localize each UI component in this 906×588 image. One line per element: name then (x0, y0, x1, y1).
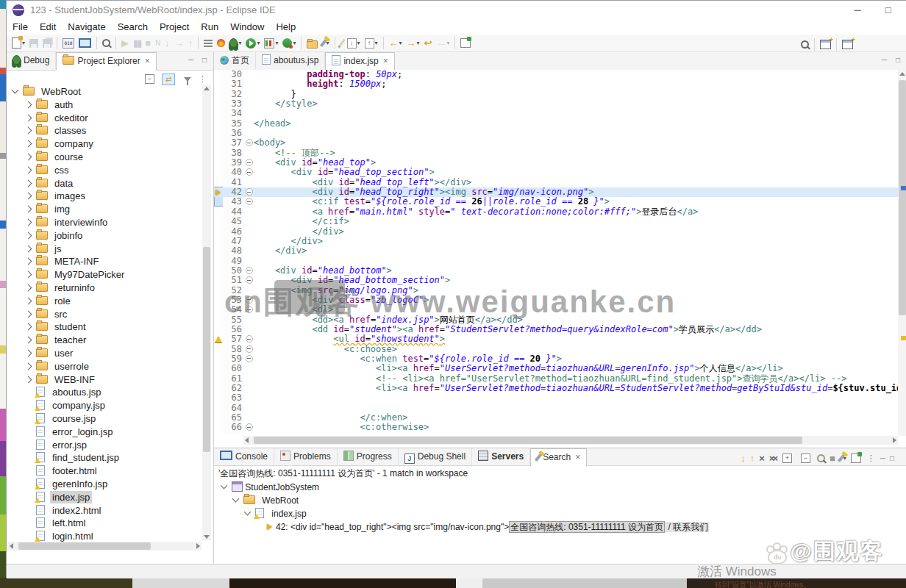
code-line-31[interactable]: 31height: 1500px; (214, 79, 898, 89)
code-line-49[interactable]: 49 (214, 257, 898, 266)
maximize-editor-icon[interactable]: □ (896, 56, 900, 64)
explorer-item-classes[interactable]: classes (7, 124, 201, 137)
explorer-item-jobinfo[interactable]: jobinfo (7, 229, 201, 243)
menu-edit[interactable]: Edit (34, 20, 62, 32)
code-line-45[interactable]: 45</c:if> (214, 217, 898, 226)
code-line-55[interactable]: 55<dd><a href="index.jsp">网站首页</a></dd> (214, 315, 898, 325)
explorer-item-find-student-jsp[interactable]: find_student.jsp (7, 451, 201, 465)
collapse-all-icon[interactable]: − (145, 74, 154, 84)
search-history-icon[interactable]: ▾ (838, 451, 848, 466)
code-line-48[interactable]: 48</div> (214, 246, 898, 256)
forward-history-icon[interactable]: →▾ (435, 36, 451, 51)
explorer-item-css[interactable]: css (7, 164, 201, 177)
fold-toggle-icon[interactable] (246, 139, 253, 146)
expand-all-icon[interactable]: + (779, 451, 796, 466)
step-into-icon[interactable]: ↓ (163, 36, 171, 51)
prev-annotation-icon[interactable]: ↑▾ (363, 36, 379, 51)
binary-editor-icon[interactable]: 010 (61, 36, 76, 51)
resume-icon[interactable]: ▶ (120, 36, 130, 51)
explorer-item-web-inf[interactable]: WEB-INF (7, 373, 201, 387)
explorer-item-data[interactable]: data (7, 177, 201, 190)
explorer-item-left-html[interactable]: left.html (7, 517, 201, 530)
explorer-item-aboutus-jsp[interactable]: aboutus.jsp (7, 386, 201, 399)
explorer-item-webroot[interactable]: WebRoot (7, 85, 201, 98)
external-tools-icon[interactable] (215, 36, 226, 51)
close-icon[interactable]: × (383, 56, 388, 66)
maximize-view-icon[interactable]: □ (202, 56, 207, 64)
link-with-editor-icon[interactable]: ⇄ (162, 74, 175, 85)
code-line-50[interactable]: 50<div id="head_bottom"> (214, 266, 898, 276)
explorer-item-login-html[interactable]: login.html (7, 530, 201, 542)
code-line-64[interactable]: 64 (214, 404, 898, 413)
overview-search-mark[interactable] (901, 186, 906, 190)
new-wizard-icon[interactable]: ▾ (10, 36, 26, 51)
code-line-42[interactable]: 42<div id="head_top_right"><img src="img… (214, 187, 898, 197)
minimize-view-icon[interactable]: ─ (879, 451, 887, 466)
explorer-vscrollbar[interactable] (202, 85, 211, 540)
search-icon[interactable] (799, 37, 810, 52)
back-icon[interactable]: ←▾ (388, 36, 404, 51)
menu-search[interactable]: Search (112, 20, 154, 32)
search-result-row[interactable]: WebRoot (217, 494, 904, 507)
explorer-item-company[interactable]: company (7, 137, 201, 151)
editor-tab-aboutus-jsp[interactable]: aboutus.jsp (256, 52, 325, 69)
code-line-40[interactable]: 40<div id="head_top_section"> (214, 168, 898, 177)
menu-help[interactable]: Help (270, 20, 302, 32)
forward-icon[interactable]: →▾ (405, 36, 421, 51)
editor-tab-index-jsp[interactable]: index.jsp× (325, 52, 394, 71)
explorer-item-company-jsp[interactable]: company.jsp (7, 399, 201, 412)
open-console-icon[interactable] (77, 36, 93, 51)
explorer-item-gereninfo-jsp[interactable]: gerenInfo.jsp (7, 478, 201, 491)
code-line-57[interactable]: 57<ul id="showstudent"> (214, 334, 898, 344)
pin-editor-icon[interactable] (459, 36, 472, 51)
bottom-tab-search[interactable]: Search× (530, 448, 587, 467)
minimize-view-icon[interactable]: ─ (188, 56, 193, 64)
collapse-all-icon[interactable]: − (797, 451, 814, 466)
explorer-item-interviewinfo[interactable]: interviewinfo (7, 216, 201, 229)
explorer-item-teacher[interactable]: teacher (7, 334, 201, 347)
bottom-tab-debug-shell[interactable]: JDebug Shell (399, 448, 472, 465)
bottom-tab-console[interactable]: Console (214, 448, 274, 465)
code-line-52[interactable]: 52<img src="img/logo.png"> (214, 286, 898, 295)
explorer-item-img[interactable]: img (7, 203, 201, 216)
explorer-item-returninfo[interactable]: returninfo (7, 282, 201, 295)
explorer-item-meta-inf[interactable]: META-INF (7, 255, 201, 268)
code-line-47[interactable]: 47</div> (214, 237, 898, 246)
search-result-row[interactable]: 42: <div id="head_top_right"><img src="i… (217, 520, 904, 534)
fold-toggle-icon[interactable] (246, 296, 253, 304)
fold-toggle-icon[interactable] (246, 159, 253, 166)
menu-window[interactable]: Window (224, 20, 270, 32)
code-line-41[interactable]: 41<div id="head_top_left"></div> (214, 178, 898, 187)
explorer-item-role[interactable]: role (7, 295, 201, 308)
new-java-element-icon[interactable] (339, 36, 344, 51)
open-new-view-icon[interactable] (849, 451, 863, 466)
code-line-66[interactable]: 66<c:otherwise> (214, 423, 898, 432)
pin-view-icon[interactable]: ■ (828, 451, 837, 466)
explorer-hscrollbar[interactable] (8, 542, 201, 551)
search-result-row[interactable]: StudentJobSystem (217, 481, 904, 494)
explorer-item-index2-html[interactable]: index2.html (7, 504, 201, 517)
fold-toggle-icon[interactable] (246, 355, 253, 362)
search-flashlight-icon[interactable]: ▾ (321, 36, 330, 51)
show-previous-match-icon[interactable]: ↑ (749, 451, 757, 466)
explorer-item-error-login-jsp[interactable]: error_login.jsp (7, 426, 201, 439)
code-line-58[interactable]: 58<c:choose> (214, 345, 898, 354)
code-line-33[interactable]: 33</style> (214, 99, 898, 109)
code-line-60[interactable]: 60<li><a href="UserServlet?method=tiaozh… (214, 364, 898, 373)
code-line-43[interactable]: 43<c:if test="${role.role_id == 26||role… (214, 197, 898, 207)
minimize-button[interactable]: ─ (846, 4, 868, 17)
explorer-item-course-jsp[interactable]: course.jsp (7, 412, 201, 426)
code-line-54[interactable]: 54<dl> (214, 305, 898, 315)
code-line-34[interactable]: 34 (214, 109, 898, 118)
fold-toggle-icon[interactable] (246, 168, 253, 176)
minimize-editor-icon[interactable]: ─ (882, 56, 887, 64)
code-line-35[interactable]: 35</head> (214, 119, 898, 129)
explorer-item-course[interactable]: course (7, 151, 201, 164)
code-line-62[interactable]: 62<li><a href="UserServlet?method=tiaozh… (214, 384, 898, 393)
java-perspective-icon[interactable] (841, 37, 855, 52)
fold-toggle-icon[interactable] (246, 188, 253, 196)
menu-file[interactable]: File (7, 20, 34, 32)
explorer-item-error-jsp[interactable]: error.jsp (7, 439, 201, 452)
suspend-icon[interactable]: ▮▮ (132, 36, 142, 51)
filter-icon[interactable] (184, 77, 191, 82)
